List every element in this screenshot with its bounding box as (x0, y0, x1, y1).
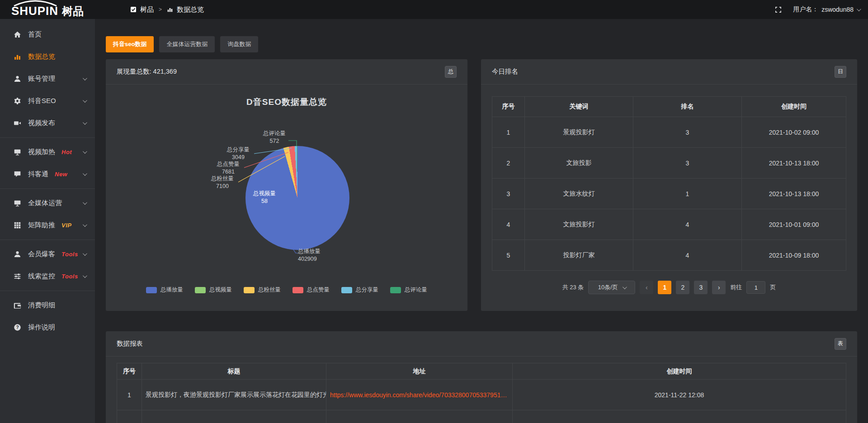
page-button-1[interactable]: 1 (658, 281, 671, 294)
cell: 3 (633, 148, 742, 179)
chart-panel: 展现量总数: 421,369 总 D音SEO数据量总览 总评论量572 (106, 59, 467, 311)
sidebar-item-leads-monitor[interactable]: 线索监控Tools (0, 265, 95, 287)
col-header-keyword: 关键词 (525, 97, 633, 117)
table-row: 1景观投影灯，夜游景观投影灯厂家展示展示落花灯在花园里的灯光投影应用效果 #ht… (117, 380, 846, 410)
cell: 5 (492, 240, 525, 271)
impressions-total: 展现量总数: 421,369 (117, 67, 177, 76)
table-view-button[interactable]: 表 (835, 338, 846, 350)
cell: 4 (633, 209, 742, 240)
chart-title: D音SEO数据量总览 (106, 85, 467, 108)
col-header-index: 序号 (492, 97, 525, 117)
chevron-down-icon (83, 98, 87, 103)
sidebar-menu: 首页数据总览账号管理抖音SEO视频发布视频加热Hot抖客通New全媒体运营矩阵助… (0, 19, 95, 338)
chat-icon (14, 170, 21, 178)
home-icon (14, 31, 21, 38)
page-button-3[interactable]: 3 (694, 281, 708, 294)
sidebar-item-help[interactable]: ?操作说明 (0, 316, 95, 338)
user-icon (14, 75, 21, 83)
legend-label: 总视频量 (209, 286, 232, 294)
sidebar-item-douketong[interactable]: 抖客通New (0, 163, 95, 185)
sidebar-divider (0, 188, 95, 189)
tab-media-operation-data[interactable]: 全媒体运营数据 (159, 36, 215, 52)
sidebar-item-label: 消费明细 (28, 301, 55, 310)
fullscreen-icon[interactable] (774, 6, 782, 14)
chevron-down-icon (857, 7, 861, 11)
report-panel-title: 数据报表 (117, 339, 143, 348)
chart-legend: 总播放量总视频量总粉丝量总点赞量总分享量总评论量 (106, 286, 467, 294)
sidebar-item-data-overview[interactable]: 数据总览 (0, 46, 95, 68)
app-icon (130, 6, 137, 13)
grid-icon (14, 221, 21, 229)
page-size-select[interactable]: 10条/页 (588, 281, 635, 294)
next-page-button[interactable]: › (712, 281, 726, 294)
sidebar-item-label: 视频加热 (28, 148, 55, 156)
table-row: 4文旅投影灯42021-10-01 09:00 (492, 209, 846, 240)
cell-link: https://www.iesdouyin.com/share/video/70… (326, 380, 513, 410)
goto-page-input[interactable] (746, 281, 765, 294)
legend-label: 总点赞量 (307, 286, 330, 294)
sidebar-item-douyin-seo[interactable]: 抖音SEO (0, 90, 95, 112)
legend-item-4[interactable]: 总分享量 (341, 286, 378, 294)
sidebar-item-media-operation[interactable]: 全媒体运营 (0, 192, 95, 214)
chevron-down-icon (83, 149, 87, 154)
username: zswodun88 (821, 6, 854, 13)
username-label: 用户名： (793, 5, 818, 14)
sidebar-divider (0, 240, 95, 240)
pie-label-comments: 总评论量572 (260, 130, 288, 145)
video-camera-icon (14, 119, 21, 127)
screen-icon (14, 148, 21, 156)
pagination: 共 23 条 10条/页 ‹ 123 › 前往 页 (492, 281, 846, 294)
sidebar-item-member-baoke[interactable]: 会员爆客Tools (0, 243, 95, 265)
sidebar-item-matrix-boost[interactable]: 矩阵助推VIP (0, 214, 95, 236)
total-view-button[interactable]: 总 (445, 66, 457, 78)
table-header-row: 序号 标题 地址 创建时间 (117, 363, 846, 380)
ranking-table: 序号 关键词 排名 创建时间 1景观投影灯32021-10-02 09:002文… (492, 96, 846, 271)
daily-view-button[interactable]: 日 (835, 66, 846, 78)
user-menu[interactable]: 用户名： zswodun88 (793, 5, 860, 14)
col-header-title: 标题 (142, 363, 326, 380)
table-row (117, 410, 846, 423)
top-header: SHUPIN 树品 树品 > 数据总览 用户名： zswodun88 (0, 0, 868, 19)
report-table: 序号 标题 地址 创建时间 1景观投影灯，夜游景观投影灯厂家展示展示落花灯在花园… (117, 363, 846, 423)
cell (117, 410, 142, 423)
legend-item-1[interactable]: 总视频量 (195, 286, 232, 294)
sidebar-item-account-manage[interactable]: 账号管理 (0, 68, 95, 90)
cell: 文旅水纹灯 (525, 179, 633, 209)
legend-item-3[interactable]: 总点赞量 (292, 286, 330, 294)
legend-item-5[interactable]: 总评论量 (390, 286, 427, 294)
table-row: 5投影灯厂家42021-10-09 18:00 (492, 240, 846, 271)
sidebar-item-video-publish[interactable]: 视频发布 (0, 112, 95, 134)
sidebar-item-label: 线索监控 (28, 272, 55, 281)
sidebar-item-video-heat[interactable]: 视频加热Hot (0, 141, 95, 163)
page-button-2[interactable]: 2 (676, 281, 689, 294)
sidebar-item-badge: VIP (61, 222, 71, 229)
prev-page-button[interactable]: ‹ (640, 281, 653, 294)
legend-label: 总粉丝量 (258, 286, 281, 294)
tab-bar: 抖音seo数据全媒体运营数据询盘数据 (106, 36, 857, 52)
breadcrumb-root[interactable]: 树品 (140, 5, 154, 14)
chevron-down-icon (83, 222, 87, 227)
chevron-down-icon (83, 273, 87, 278)
chevron-down-icon (83, 251, 87, 256)
legend-item-2[interactable]: 总粉丝量 (244, 286, 281, 294)
pie-label-likes: 总点赞量7681 (213, 160, 243, 175)
cell: 4 (633, 240, 742, 271)
tab-inquiry-data[interactable]: 询盘数据 (220, 36, 258, 52)
legend-swatch (292, 287, 303, 293)
sidebar-item-label: 抖客通 (28, 170, 48, 179)
sidebar-item-badge: Tools (61, 273, 78, 280)
chevron-down-icon (83, 200, 87, 205)
tab-douyin-seo-data[interactable]: 抖音seo数据 (106, 36, 154, 52)
total-count-label: 共 23 条 (562, 283, 584, 291)
legend-item-0[interactable]: 总播放量 (146, 286, 183, 294)
report-link[interactable]: https://www.iesdouyin.com/share/video/70… (330, 391, 509, 399)
legend-swatch (390, 287, 401, 293)
sidebar-item-spend-detail[interactable]: 消费明细 (0, 294, 95, 316)
cell: 文旅投影灯 (525, 209, 633, 240)
cell (326, 410, 513, 423)
cell-time: 2021-11-22 12:08 (513, 380, 846, 410)
col-header-url: 地址 (326, 363, 513, 380)
sidebar-item-label: 账号管理 (28, 75, 55, 83)
sidebar-item-home[interactable]: 首页 (0, 24, 95, 46)
sidebar-item-badge: Hot (61, 149, 72, 155)
